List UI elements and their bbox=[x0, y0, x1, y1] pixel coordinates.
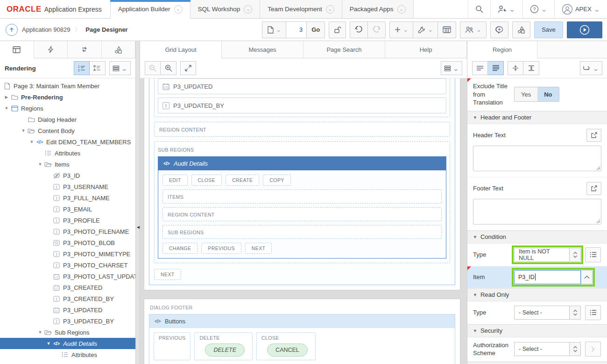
slot-button-close[interactable]: CLOSE bbox=[191, 175, 222, 186]
open-list-of-values-button[interactable] bbox=[585, 305, 601, 320]
button-slot-previous[interactable]: PREVIOUS bbox=[154, 332, 191, 360]
tree-item-pre-rendering[interactable]: ▶Pre-Rendering bbox=[0, 91, 135, 103]
type-select[interactable]: Item is NOT NULL bbox=[514, 248, 569, 262]
collapse-left-icon[interactable]: ◄ bbox=[136, 224, 141, 230]
field-p3-updated-by[interactable]: I P3_UPDATED_BY bbox=[158, 98, 446, 113]
collapse-all-button[interactable] bbox=[508, 61, 523, 75]
tree-item-p3-username[interactable]: IP3_USERNAME bbox=[0, 181, 135, 192]
audit-details-header[interactable]: </> Audit Details bbox=[158, 157, 446, 170]
select-spinner-button[interactable] bbox=[569, 306, 581, 320]
toggle-option-no[interactable]: No bbox=[537, 87, 558, 101]
tree-item-p3-updated[interactable]: P3_UPDATED bbox=[0, 304, 135, 315]
tree-item-content-body[interactable]: ▼Content Body bbox=[0, 125, 135, 136]
help-menu-button[interactable]: ? ⌄ bbox=[522, 0, 554, 18]
tab-rendering[interactable] bbox=[0, 41, 34, 58]
tree-item-p3-photo-filename[interactable]: IP3_PHOTO_FILENAME bbox=[0, 226, 135, 237]
order-by-type-button[interactable] bbox=[90, 61, 106, 75]
tree-item-dialog-header[interactable]: Dialog Header bbox=[0, 114, 135, 125]
tree-item-p3-updated-by[interactable]: IP3_UPDATED_BY bbox=[0, 315, 135, 327]
item-input[interactable]: P3_ID bbox=[514, 270, 581, 284]
section-header-condition[interactable]: ▼Condition bbox=[467, 231, 607, 244]
tree-item-p3-photo-charset[interactable]: IP3_PHOTO_CHARSET bbox=[0, 259, 135, 271]
button-slot-close[interactable]: CLOSECANCEL bbox=[256, 332, 316, 360]
go-button[interactable]: Go bbox=[307, 21, 325, 38]
tab-processing[interactable] bbox=[68, 41, 102, 58]
go-to-component-button[interactable] bbox=[585, 342, 601, 357]
tree-item-sub-regions[interactable]: ▼Sub Regions bbox=[0, 327, 135, 338]
save-button[interactable]: Save bbox=[534, 21, 563, 38]
open-code-editor-button[interactable] bbox=[586, 182, 601, 195]
section-header-security[interactable]: ▼Security bbox=[467, 324, 607, 337]
zoom-in-button[interactable] bbox=[161, 61, 176, 75]
lock-page-button[interactable] bbox=[329, 21, 346, 38]
slot-button-edit[interactable]: EDIT bbox=[162, 175, 188, 186]
placeholder-sub-regions[interactable]: SUB REGIONS bbox=[162, 225, 442, 239]
tree-expand-arrow[interactable]: ▼ bbox=[45, 341, 52, 346]
nav-tab-packaged-apps[interactable]: Packaged Apps⌄ bbox=[342, 0, 414, 18]
order-by-sequence-button[interactable]: 12 bbox=[74, 61, 90, 75]
tree-item-p3-created-by[interactable]: IP3_CREATED_BY bbox=[0, 293, 135, 304]
nav-tab-team-development[interactable]: Team Development⌄ bbox=[260, 0, 342, 18]
tree-expand-arrow[interactable]: ▼ bbox=[36, 162, 44, 167]
type-select[interactable]: - Select - bbox=[514, 306, 569, 320]
select-spinner-button[interactable] bbox=[569, 248, 581, 262]
page-number-field[interactable]: 3 bbox=[286, 21, 307, 38]
tree-item-attributes[interactable]: Attributes bbox=[0, 147, 135, 159]
open-code-editor-button[interactable] bbox=[586, 129, 601, 142]
tab-page-shared-components[interactable] bbox=[102, 41, 136, 58]
tree-item-attributes[interactable]: Attributes bbox=[0, 349, 135, 360]
tree-expand-arrow[interactable]: ▶ bbox=[3, 95, 10, 99]
display-options-button[interactable]: ⌄ bbox=[441, 61, 462, 75]
placeholder-items[interactable]: ITEMS bbox=[162, 189, 442, 203]
tab-dynamic-actions[interactable] bbox=[34, 41, 68, 58]
tree-item-p3-profile[interactable]: IP3_PROFILE bbox=[0, 215, 135, 226]
tree-item-p3-photo-mimetype[interactable]: IP3_PHOTO_MIMETYPE bbox=[0, 248, 135, 259]
sub-regions-container[interactable]: SUB REGIONS </> Audit Details EDITCLOSEC… bbox=[154, 141, 450, 263]
field-p3-updated[interactable]: P3_UPDATED bbox=[158, 78, 446, 94]
cancel-button[interactable]: CANCEL bbox=[267, 343, 308, 357]
center-tab-help[interactable]: Help bbox=[385, 41, 467, 58]
create-menu-button[interactable]: ⌄ bbox=[389, 21, 413, 38]
button-slot-delete[interactable]: DELETEDELETE bbox=[194, 332, 253, 360]
section-header-read-only[interactable]: ▼Read Only bbox=[467, 288, 607, 301]
tree-expand-arrow[interactable]: ▼ bbox=[36, 330, 44, 335]
expand-canvas-button[interactable] bbox=[180, 61, 196, 75]
run-page-button[interactable] bbox=[567, 21, 602, 38]
show-all-button[interactable] bbox=[488, 61, 504, 75]
section-header-configuration[interactable]: ▼Configuration bbox=[467, 362, 607, 364]
center-tab-grid-layout[interactable]: Grid Layout bbox=[140, 41, 222, 58]
buttons-region-header[interactable]: </> Buttons bbox=[149, 315, 455, 328]
tab-region[interactable]: Region bbox=[467, 41, 537, 58]
region-content-placeholder[interactable]: REGION CONTENT bbox=[154, 122, 450, 137]
next-button-slot[interactable]: NEXT bbox=[154, 269, 181, 280]
left-splitter[interactable]: ◄ bbox=[135, 41, 140, 364]
zoom-out-button[interactable] bbox=[145, 61, 161, 75]
tree-item-p3-photo-last-updated[interactable]: P3_PHOTO_LAST_UPDATED bbox=[0, 271, 135, 282]
tree-item-p3-created[interactable]: P3_CREATED bbox=[0, 282, 135, 293]
slot-button-next[interactable]: NEXT bbox=[245, 243, 272, 254]
expand-all-button[interactable] bbox=[523, 61, 539, 75]
tree-item-p3-email[interactable]: IP3_EMAIL bbox=[0, 203, 135, 215]
edit-demo-team-members-region[interactable]: P3_UPDATED I P3_UPDATED_BY REGION CONTEN… bbox=[149, 78, 455, 285]
tree-item-audit-details[interactable]: ▼</>Audit Details bbox=[0, 338, 135, 349]
global-search-button[interactable] bbox=[468, 0, 490, 18]
undo-button[interactable] bbox=[350, 21, 368, 38]
rendering-menu-button[interactable]: ⌄ bbox=[109, 61, 131, 75]
toggle-option-yes[interactable]: Yes bbox=[515, 87, 537, 101]
tree-item-regions[interactable]: ▼Regions bbox=[0, 103, 135, 114]
user-account-menu-button[interactable]: APEX ⌄ bbox=[554, 0, 607, 18]
go-to-application-button[interactable] bbox=[6, 24, 18, 36]
buttons-region[interactable]: </> Buttons PREVIOUSDELETEDELETECLOSECAN… bbox=[149, 314, 455, 364]
tree-item-p3-full-name[interactable]: IP3_FULL_NAME bbox=[0, 192, 135, 203]
open-list-of-values-button[interactable] bbox=[585, 247, 601, 262]
tree-item-page-3-maintain-team-member[interactable]: Page 3: Maintain Team Member bbox=[0, 80, 135, 91]
breadcrumb-application[interactable]: Application 90829 bbox=[22, 26, 70, 33]
slot-button-copy[interactable]: COPY bbox=[263, 175, 290, 186]
administration-menu-button[interactable]: ⌄ bbox=[490, 0, 522, 18]
layout-columns-button[interactable] bbox=[438, 21, 456, 38]
shared-components-menu-button[interactable]: ⌄ bbox=[460, 21, 487, 38]
tree-expand-arrow[interactable]: ▼ bbox=[3, 106, 10, 111]
placeholder-region-content[interactable]: REGION CONTENT bbox=[162, 207, 442, 221]
utilities-menu-button[interactable]: ⌄ bbox=[413, 21, 438, 38]
delete-button[interactable]: DELETE bbox=[205, 343, 245, 357]
